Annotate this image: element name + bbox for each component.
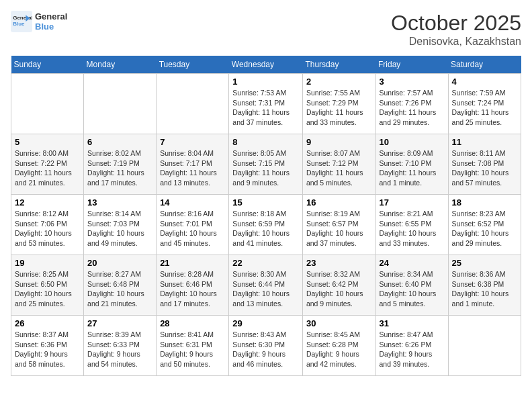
calendar-cell: 13Sunrise: 8:14 AMSunset: 7:03 PMDayligh…	[84, 195, 157, 255]
day-info: Sunrise: 8:11 AMSunset: 7:08 PMDaylight:…	[452, 148, 517, 188]
calendar-cell: 3Sunrise: 7:57 AMSunset: 7:26 PMDaylight…	[375, 74, 448, 134]
day-info: Sunrise: 8:47 AMSunset: 6:26 PMDaylight:…	[380, 330, 445, 369]
day-info: Sunrise: 7:53 AMSunset: 7:31 PMDaylight:…	[232, 88, 299, 128]
calendar-cell: 21Sunrise: 8:28 AMSunset: 6:46 PMDayligh…	[157, 255, 229, 316]
day-info: Sunrise: 8:09 AMSunset: 7:10 PMDaylight:…	[380, 148, 445, 188]
svg-text:Blue: Blue	[13, 21, 25, 27]
calendar-cell: 12Sunrise: 8:12 AMSunset: 7:06 PMDayligh…	[11, 195, 84, 255]
day-number: 25	[452, 258, 517, 268]
day-number: 10	[380, 137, 445, 147]
day-info: Sunrise: 8:45 AMSunset: 6:28 PMDaylight:…	[306, 330, 372, 369]
calendar-cell: 31Sunrise: 8:47 AMSunset: 6:26 PMDayligh…	[375, 316, 448, 376]
day-info: Sunrise: 8:39 AMSunset: 6:33 PMDaylight:…	[87, 330, 152, 369]
day-number: 18	[452, 197, 517, 208]
day-number: 13	[87, 197, 152, 208]
day-info: Sunrise: 8:27 AMSunset: 6:48 PMDaylight:…	[87, 269, 152, 309]
calendar-table: SundayMondayTuesdayWednesdayThursdayFrid…	[11, 56, 521, 376]
day-number: 12	[15, 197, 80, 208]
day-info: Sunrise: 8:37 AMSunset: 6:36 PMDaylight:…	[15, 330, 80, 369]
day-number: 11	[452, 137, 517, 147]
calendar-cell: 4Sunrise: 7:59 AMSunset: 7:24 PMDaylight…	[448, 74, 521, 134]
calendar-cell: 1Sunrise: 7:53 AMSunset: 7:31 PMDaylight…	[229, 74, 303, 134]
day-number: 27	[87, 318, 152, 328]
calendar-cell: 9Sunrise: 8:07 AMSunset: 7:12 PMDaylight…	[302, 134, 375, 195]
calendar-cell: 15Sunrise: 8:18 AMSunset: 6:59 PMDayligh…	[229, 195, 303, 255]
day-info: Sunrise: 8:28 AMSunset: 6:46 PMDaylight:…	[160, 269, 225, 309]
calendar-cell: 8Sunrise: 8:05 AMSunset: 7:15 PMDaylight…	[229, 134, 303, 195]
calendar-cell: 19Sunrise: 8:25 AMSunset: 6:50 PMDayligh…	[11, 255, 84, 316]
calendar-cell: 30Sunrise: 8:45 AMSunset: 6:28 PMDayligh…	[302, 316, 375, 376]
day-header-saturday: Saturday	[448, 56, 521, 74]
day-number: 7	[160, 137, 225, 147]
day-number: 6	[87, 137, 152, 147]
calendar-subtitle: Denisovka, Kazakhstan	[391, 36, 521, 48]
day-number: 14	[160, 197, 225, 208]
day-info: Sunrise: 8:36 AMSunset: 6:38 PMDaylight:…	[452, 269, 517, 309]
calendar-cell: 29Sunrise: 8:43 AMSunset: 6:30 PMDayligh…	[229, 316, 303, 376]
day-info: Sunrise: 8:43 AMSunset: 6:30 PMDaylight:…	[232, 330, 299, 369]
day-number: 20	[87, 258, 152, 268]
calendar-cell: 7Sunrise: 8:04 AMSunset: 7:17 PMDaylight…	[157, 134, 229, 195]
day-info: Sunrise: 7:59 AMSunset: 7:24 PMDaylight:…	[452, 88, 517, 128]
day-info: Sunrise: 8:32 AMSunset: 6:42 PMDaylight:…	[306, 269, 372, 309]
day-number: 22	[232, 258, 299, 268]
day-number: 9	[306, 137, 372, 147]
day-number: 21	[160, 258, 225, 268]
day-header-friday: Friday	[375, 56, 448, 74]
day-header-monday: Monday	[84, 56, 157, 74]
page-header: General Blue General Blue October 2025 D…	[11, 11, 521, 48]
calendar-cell: 18Sunrise: 8:23 AMSunset: 6:52 PMDayligh…	[448, 195, 521, 255]
day-number: 23	[306, 258, 372, 268]
day-info: Sunrise: 8:05 AMSunset: 7:15 PMDaylight:…	[232, 148, 299, 188]
day-info: Sunrise: 8:16 AMSunset: 7:01 PMDaylight:…	[160, 209, 225, 248]
calendar-cell: 22Sunrise: 8:30 AMSunset: 6:44 PMDayligh…	[229, 255, 303, 316]
day-info: Sunrise: 7:55 AMSunset: 7:29 PMDaylight:…	[306, 88, 372, 128]
calendar-cell: 23Sunrise: 8:32 AMSunset: 6:42 PMDayligh…	[302, 255, 375, 316]
logo: General Blue General Blue	[11, 11, 67, 32]
calendar-cell	[448, 316, 521, 376]
calendar-cell: 10Sunrise: 8:09 AMSunset: 7:10 PMDayligh…	[375, 134, 448, 195]
day-number: 3	[380, 77, 445, 87]
day-info: Sunrise: 7:57 AMSunset: 7:26 PMDaylight:…	[380, 88, 445, 128]
week-row-3: 12Sunrise: 8:12 AMSunset: 7:06 PMDayligh…	[11, 195, 521, 255]
day-info: Sunrise: 8:02 AMSunset: 7:19 PMDaylight:…	[87, 148, 152, 188]
calendar-cell: 17Sunrise: 8:21 AMSunset: 6:55 PMDayligh…	[375, 195, 448, 255]
day-header-tuesday: Tuesday	[157, 56, 229, 74]
calendar-cell: 11Sunrise: 8:11 AMSunset: 7:08 PMDayligh…	[448, 134, 521, 195]
day-info: Sunrise: 8:18 AMSunset: 6:59 PMDaylight:…	[232, 209, 299, 248]
calendar-cell: 27Sunrise: 8:39 AMSunset: 6:33 PMDayligh…	[84, 316, 157, 376]
day-info: Sunrise: 8:00 AMSunset: 7:22 PMDaylight:…	[15, 148, 80, 188]
day-number: 19	[15, 258, 80, 268]
calendar-cell: 25Sunrise: 8:36 AMSunset: 6:38 PMDayligh…	[448, 255, 521, 316]
calendar-cell: 14Sunrise: 8:16 AMSunset: 7:01 PMDayligh…	[157, 195, 229, 255]
day-header-sunday: Sunday	[11, 56, 84, 74]
day-info: Sunrise: 8:14 AMSunset: 7:03 PMDaylight:…	[87, 209, 152, 248]
week-row-2: 5Sunrise: 8:00 AMSunset: 7:22 PMDaylight…	[11, 134, 521, 195]
day-number: 4	[452, 77, 517, 87]
day-info: Sunrise: 8:25 AMSunset: 6:50 PMDaylight:…	[15, 269, 80, 309]
day-number: 17	[380, 197, 445, 208]
day-number: 24	[380, 258, 445, 268]
calendar-cell: 20Sunrise: 8:27 AMSunset: 6:48 PMDayligh…	[84, 255, 157, 316]
day-info: Sunrise: 8:23 AMSunset: 6:52 PMDaylight:…	[452, 209, 517, 248]
day-number: 1	[232, 77, 299, 87]
day-number: 16	[306, 197, 372, 208]
week-row-5: 26Sunrise: 8:37 AMSunset: 6:36 PMDayligh…	[11, 316, 521, 376]
calendar-cell: 26Sunrise: 8:37 AMSunset: 6:36 PMDayligh…	[11, 316, 84, 376]
day-number: 26	[15, 318, 80, 328]
calendar-cell	[11, 74, 84, 134]
logo-text: General Blue	[35, 11, 67, 32]
calendar-cell	[84, 74, 157, 134]
day-number: 29	[232, 318, 299, 328]
calendar-cell: 5Sunrise: 8:00 AMSunset: 7:22 PMDaylight…	[11, 134, 84, 195]
svg-text:General: General	[13, 15, 32, 21]
week-row-1: 1Sunrise: 7:53 AMSunset: 7:31 PMDaylight…	[11, 74, 521, 134]
day-info: Sunrise: 8:30 AMSunset: 6:44 PMDaylight:…	[232, 269, 299, 309]
calendar-cell: 24Sunrise: 8:34 AMSunset: 6:40 PMDayligh…	[375, 255, 448, 316]
day-header-thursday: Thursday	[302, 56, 375, 74]
day-info: Sunrise: 8:41 AMSunset: 6:31 PMDaylight:…	[160, 330, 225, 369]
calendar-cell: 2Sunrise: 7:55 AMSunset: 7:29 PMDaylight…	[302, 74, 375, 134]
day-info: Sunrise: 8:04 AMSunset: 7:17 PMDaylight:…	[160, 148, 225, 188]
week-row-4: 19Sunrise: 8:25 AMSunset: 6:50 PMDayligh…	[11, 255, 521, 316]
calendar-cell: 6Sunrise: 8:02 AMSunset: 7:19 PMDaylight…	[84, 134, 157, 195]
